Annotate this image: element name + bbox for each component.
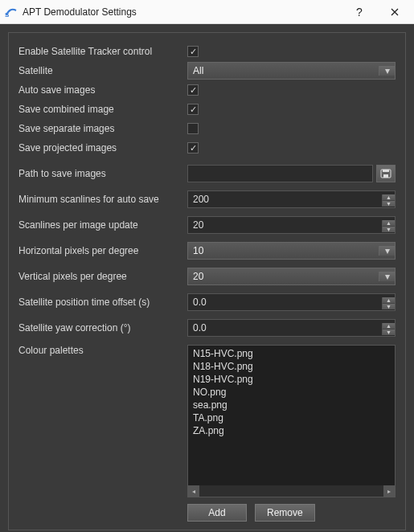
enable-tracker-checkbox[interactable] bbox=[187, 46, 199, 57]
list-item[interactable]: TA.png bbox=[190, 411, 393, 424]
spin-down[interactable]: ▼ bbox=[382, 329, 395, 335]
hpix-label: Horizontal pixels per degree bbox=[18, 245, 187, 256]
save-combined-checkbox[interactable] bbox=[187, 104, 199, 115]
spin-down[interactable]: ▼ bbox=[382, 201, 395, 207]
list-item[interactable]: N18-HVC.png bbox=[190, 360, 393, 373]
save-combined-label: Save combined image bbox=[18, 104, 187, 115]
save-projected-checkbox[interactable] bbox=[187, 142, 199, 153]
list-item[interactable]: NO.png bbox=[190, 386, 393, 399]
spin-up[interactable]: ▲ bbox=[382, 220, 395, 227]
path-label: Path to save images bbox=[18, 168, 187, 179]
spin-up[interactable]: ▲ bbox=[382, 323, 395, 329]
palettes-label: Colour palettes bbox=[18, 345, 187, 356]
close-button[interactable] bbox=[377, 0, 412, 24]
palettes-listbox[interactable]: N15-HVC.pngN18-HVC.pngN19-HVC.pngNO.pngs… bbox=[187, 345, 396, 497]
help-button[interactable]: ? bbox=[342, 0, 377, 24]
list-item[interactable]: ZA.png bbox=[190, 424, 393, 437]
yaw-label: Satellite yaw correction (°) bbox=[18, 322, 187, 334]
auto-save-label: Auto save images bbox=[18, 84, 187, 96]
horizontal-scrollbar[interactable]: ◂ ▸ bbox=[188, 485, 395, 497]
svg-rect-3 bbox=[383, 170, 389, 172]
add-button[interactable]: Add bbox=[187, 504, 247, 522]
svg-text:?: ? bbox=[356, 6, 363, 18]
save-projected-label: Save projected images bbox=[18, 142, 187, 153]
min-scanlines-label: Minimum scanlines for auto save bbox=[18, 194, 187, 205]
list-item[interactable]: N19-HVC.png bbox=[190, 373, 393, 386]
list-item[interactable]: sea.png bbox=[190, 399, 393, 411]
scan-per-update-label: Scanlines per image update bbox=[18, 219, 187, 231]
svg-rect-4 bbox=[383, 174, 388, 178]
svg-text:S: S bbox=[5, 11, 10, 18]
auto-save-checkbox[interactable] bbox=[187, 84, 199, 96]
remove-button[interactable]: Remove bbox=[255, 504, 315, 522]
scroll-track[interactable] bbox=[199, 485, 383, 497]
spin-down[interactable]: ▼ bbox=[382, 304, 395, 309]
save-separate-label: Save separate images bbox=[18, 123, 187, 134]
settings-frame: Enable Satellite Tracker control Satelli… bbox=[8, 32, 406, 530]
vpix-combo[interactable]: 20 bbox=[187, 268, 396, 285]
vpix-label: Vertical pixels per degree bbox=[18, 271, 187, 282]
save-separate-checkbox[interactable] bbox=[187, 123, 199, 134]
save-icon bbox=[380, 169, 391, 178]
min-scanlines-input[interactable] bbox=[187, 190, 396, 208]
spin-up[interactable]: ▲ bbox=[382, 194, 395, 201]
spin-down[interactable]: ▼ bbox=[382, 227, 395, 232]
satellite-label: Satellite bbox=[18, 65, 187, 76]
scan-per-update-input[interactable] bbox=[187, 216, 396, 234]
hpix-combo[interactable]: 10 bbox=[187, 242, 396, 260]
yaw-input[interactable] bbox=[187, 319, 396, 337]
path-input[interactable] bbox=[187, 165, 373, 182]
client-area: Enable Satellite Tracker control Satelli… bbox=[0, 24, 414, 532]
app-icon: S bbox=[5, 6, 18, 18]
browse-button[interactable] bbox=[376, 165, 396, 182]
scroll-left-icon[interactable]: ◂ bbox=[188, 485, 199, 497]
spin-up[interactable]: ▲ bbox=[382, 297, 395, 304]
enable-tracker-label: Enable Satellite Tracker control bbox=[18, 46, 187, 57]
satellite-combo[interactable]: All bbox=[187, 62, 396, 80]
time-offset-label: Satellite position time offset (s) bbox=[18, 297, 187, 308]
time-offset-input[interactable] bbox=[187, 293, 396, 311]
window-title: APT Demodulator Settings bbox=[23, 6, 342, 18]
list-item[interactable]: N15-HVC.png bbox=[190, 347, 393, 360]
titlebar: S APT Demodulator Settings ? bbox=[0, 0, 414, 24]
scroll-right-icon[interactable]: ▸ bbox=[383, 485, 395, 497]
